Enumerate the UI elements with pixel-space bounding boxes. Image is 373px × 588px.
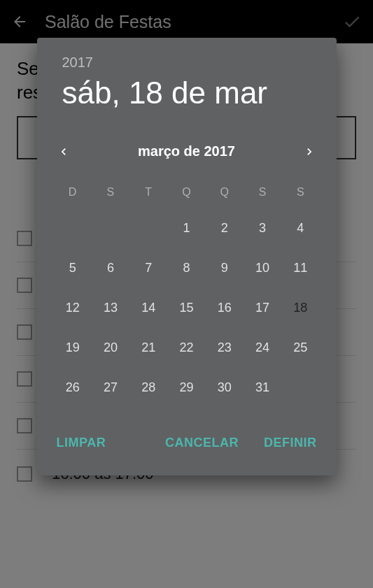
day-cell[interactable]: 9 xyxy=(206,248,244,288)
day-cell[interactable]: 24 xyxy=(244,328,281,368)
day-cell[interactable]: 8 xyxy=(167,248,205,288)
day-cell[interactable]: 17 xyxy=(244,288,281,328)
day-cell[interactable]: 30 xyxy=(206,368,244,408)
month-navigation: março de 2017 xyxy=(37,129,337,171)
day-cell[interactable]: 27 xyxy=(92,368,129,408)
day-cell[interactable]: 5 xyxy=(54,248,92,288)
day-cell[interactable]: 31 xyxy=(244,368,281,408)
day-cell[interactable]: 16 xyxy=(206,288,244,328)
month-label: março de 2017 xyxy=(138,143,235,159)
day-cell[interactable]: 22 xyxy=(167,328,205,368)
day-cell[interactable]: 20 xyxy=(92,328,129,368)
modal-overlay: 2017 sáb, 18 de mar março de 2017 DSTQQS… xyxy=(0,0,373,588)
day-cell[interactable]: 21 xyxy=(129,328,167,368)
picker-header: 2017 sáb, 18 de mar xyxy=(37,38,337,129)
day-cell[interactable]: 26 xyxy=(54,368,92,408)
picker-year[interactable]: 2017 xyxy=(62,55,311,71)
day-cell[interactable]: 12 xyxy=(54,288,92,328)
day-cell[interactable]: 7 xyxy=(129,248,167,288)
weekday-header: Q xyxy=(206,176,244,208)
prev-month-icon[interactable] xyxy=(57,145,71,159)
picker-actions: LIMPAR CANCELAR DEFINIR xyxy=(37,424,337,475)
cancel-button[interactable]: CANCELAR xyxy=(162,430,241,456)
weekday-headers: DSTQQSS xyxy=(54,176,320,208)
weekday-header: Q xyxy=(167,176,205,208)
day-cell[interactable]: 25 xyxy=(281,328,319,368)
day-cell[interactable]: 28 xyxy=(129,368,167,408)
day-cell[interactable]: 29 xyxy=(167,368,205,408)
day-cell[interactable]: 23 xyxy=(206,328,244,368)
calendar-grid: DSTQQSS 12345678910111213141516171819202… xyxy=(37,171,337,424)
weekday-header: S xyxy=(244,176,281,208)
day-cell[interactable]: 2 xyxy=(206,208,244,248)
day-cell[interactable]: 14 xyxy=(129,288,167,328)
date-picker-dialog: 2017 sáb, 18 de mar março de 2017 DSTQQS… xyxy=(37,38,337,475)
weekday-header: T xyxy=(129,176,167,208)
weekday-header: S xyxy=(92,176,129,208)
day-cell[interactable]: 3 xyxy=(244,208,281,248)
day-cell[interactable]: 10 xyxy=(244,248,281,288)
day-cell[interactable]: 18 xyxy=(281,288,319,328)
clear-button[interactable]: LIMPAR xyxy=(54,430,109,456)
day-cell[interactable]: 11 xyxy=(281,248,319,288)
day-cell[interactable]: 13 xyxy=(92,288,129,328)
picker-full-date[interactable]: sáb, 18 de mar xyxy=(62,76,311,110)
day-cell[interactable]: 15 xyxy=(167,288,205,328)
day-cell[interactable]: 19 xyxy=(54,328,92,368)
next-month-icon[interactable] xyxy=(302,145,316,159)
day-cell[interactable]: 4 xyxy=(281,208,319,248)
day-cell[interactable]: 1 xyxy=(167,208,205,248)
set-button[interactable]: DEFINIR xyxy=(261,430,320,456)
weekday-header: D xyxy=(54,176,92,208)
days-grid: 1234567891011121314151617181920212223242… xyxy=(54,208,320,408)
day-cell[interactable]: 6 xyxy=(92,248,129,288)
weekday-header: S xyxy=(281,176,319,208)
